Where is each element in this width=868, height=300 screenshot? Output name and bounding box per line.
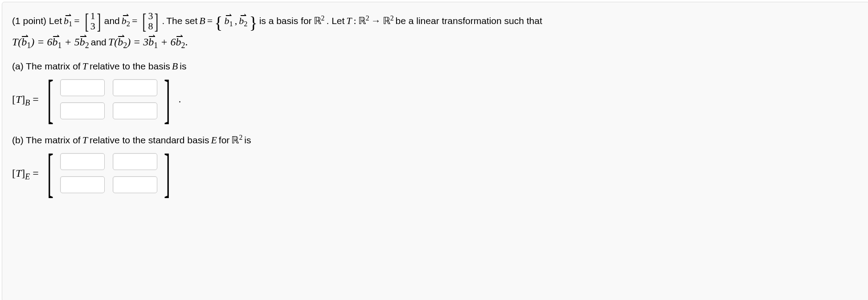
part-a-mid: relative to the basis (90, 61, 170, 72)
trans-text: be a linear transformation such that (396, 16, 542, 26)
part-b-end: is (244, 135, 251, 146)
colon: : (354, 15, 356, 27)
problem-statement-line2: T(⇀b1) = 6⇀b1 + 5⇀b2 and T(⇀b2) = 3⇀b1 +… (12, 36, 860, 48)
let-T: . Let (326, 16, 344, 26)
matrix-E-cell-22[interactable] (113, 176, 157, 193)
matrix-B-grid (59, 77, 158, 122)
bracket-right-icon-2: ] (164, 151, 170, 195)
part-a-B: B (172, 61, 178, 72)
and2: and (91, 37, 106, 48)
part-a-prompt: (a) The matrix of T relative to the basi… (12, 61, 860, 72)
b2-bot: 8 (148, 21, 153, 31)
matrix-B-block: [T]B = [ ] . (12, 77, 860, 122)
matrix-B-cell-21[interactable] (60, 102, 105, 119)
points-label: (1 point) Let (12, 16, 62, 26)
bracket-left-icon: [ (47, 77, 53, 122)
part-a-end: is (180, 61, 186, 72)
TE-lhs: [T]E = (12, 167, 39, 179)
TB-lhs: [T]B = (12, 93, 39, 105)
part-b-label: (b) The matrix of (12, 135, 81, 146)
matrix-B-cell-12[interactable] (113, 79, 157, 96)
part-a-label: (a) The matrix of (12, 61, 81, 72)
and-text: and (104, 16, 120, 26)
period: . (162, 16, 164, 26)
Tb1: T(⇀b1) = 6⇀b1 + 5⇀b2 (12, 36, 89, 48)
matrix-E-block: [T]E = [ ] (12, 150, 860, 196)
problem-panel: (1 point) Let ⇀b1 = [ 1 3 ] and ⇀b2 = [ … (2, 2, 868, 300)
Tb2: T(⇀b2) = 3⇀b1 + 6⇀b2. (108, 36, 188, 48)
the-set: The set (166, 16, 197, 26)
brace-right: } (249, 14, 257, 31)
T-symbol: T (346, 15, 352, 27)
b1-bot: 3 (90, 21, 95, 31)
period-a: . (179, 93, 181, 105)
bracket-right-icon: ] (164, 77, 170, 122)
set-b1: ⇀b1 (224, 15, 233, 27)
part-b-mid: relative to the standard basis (90, 135, 209, 146)
arrow: → (371, 15, 381, 27)
R2-1: ℝ2 (314, 15, 325, 27)
matrix-B-cell-11[interactable] (60, 79, 105, 96)
vec-b1: ⇀b1 (64, 15, 72, 27)
set-eq: = (207, 15, 213, 27)
R2-dom: ℝ2 (358, 15, 369, 27)
brace-left: { (214, 14, 222, 31)
matrix-E-cell-21[interactable] (60, 176, 105, 193)
bracket-left-icon-2: [ (47, 151, 53, 195)
vec-b2: ⇀b2 (122, 15, 130, 27)
B-symbol: B (199, 15, 205, 27)
b2-top: 3 (148, 11, 153, 21)
comma: , (235, 15, 237, 27)
equals: = (74, 15, 79, 27)
set-b2: ⇀b2 (239, 15, 247, 27)
b1-vector: [ 1 3 ] (83, 10, 102, 32)
part-a-T: T (82, 61, 88, 72)
R2-codom: ℝ2 (383, 15, 394, 27)
part-b: (b) The matrix of T relative to the stan… (12, 134, 860, 196)
problem-statement-line1: (1 point) Let ⇀b1 = [ 1 3 ] and ⇀b2 = [ … (12, 10, 860, 32)
part-b-E: E (211, 134, 217, 146)
b2-vector: [ 3 8 ] (141, 10, 160, 32)
basis-text: is a basis for (259, 16, 312, 26)
equals2: = (132, 15, 137, 27)
part-b-prompt: (b) The matrix of T relative to the stan… (12, 134, 860, 146)
matrix-B-cell-22[interactable] (113, 102, 157, 119)
part-b-R2: ℝ2 (231, 134, 242, 146)
matrix-E-cell-12[interactable] (113, 153, 157, 170)
part-b-T: T (82, 134, 88, 146)
part-b-for: for (219, 135, 230, 146)
part-a: (a) The matrix of T relative to the basi… (12, 61, 860, 122)
matrix-E-grid (59, 150, 158, 196)
b1-top: 1 (90, 11, 95, 21)
matrix-E-cell-11[interactable] (60, 153, 105, 170)
